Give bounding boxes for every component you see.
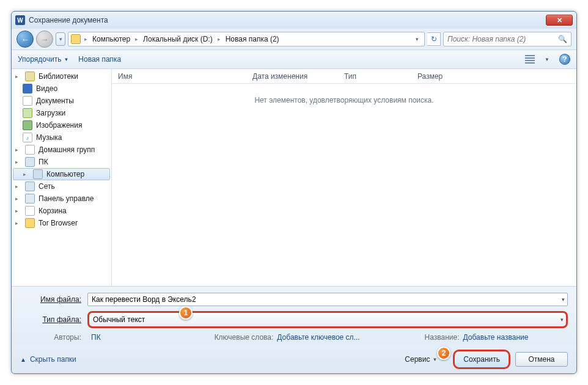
recycle-icon	[25, 206, 35, 216]
network-icon	[25, 182, 35, 191]
sidebar-item-computer[interactable]: Компьютер	[13, 168, 110, 180]
cancel-button[interactable]: Отмена	[515, 352, 568, 367]
column-type[interactable]: Тип	[338, 72, 411, 81]
nav-row: ← → ▾ ▸ Компьютер ▸ Локальный диск (D:) …	[12, 29, 576, 50]
save-dialog: W Сохранение документа ✕ ← → ▾ ▸ Компьют…	[11, 11, 577, 374]
chevron-up-icon: ▲	[20, 356, 26, 363]
sidebar-item-network[interactable]: Сеть	[12, 180, 111, 193]
search-icon[interactable]: 🔍	[558, 35, 567, 43]
nav-history-dropdown[interactable]: ▾	[56, 32, 65, 46]
search-input[interactable]	[447, 35, 558, 43]
pc-icon	[25, 157, 35, 167]
refresh-button[interactable]: ↻	[427, 32, 441, 46]
document-icon	[23, 96, 32, 106]
toolbar: Упорядочить ▼ Новая папка ▼ ?	[12, 50, 576, 69]
homegroup-icon	[25, 145, 35, 155]
hide-folders-button[interactable]: ▲ Скрыть папки	[20, 355, 76, 364]
close-button[interactable]: ✕	[546, 15, 573, 26]
dialog-body: Библиотеки Видео Документы Загрузки Изоб…	[12, 69, 576, 287]
breadcrumb-folder[interactable]: Новая папка (2)	[222, 35, 283, 43]
video-icon	[23, 84, 32, 94]
column-size[interactable]: Размер	[411, 72, 472, 81]
computer-icon	[33, 169, 43, 179]
keywords-value[interactable]: Добавьте ключевое сл...	[277, 333, 359, 342]
metadata-row: Авторы: ПК Ключевые слова: Добавьте ключ…	[20, 333, 568, 342]
column-name[interactable]: Имя	[112, 72, 246, 81]
breadcrumb-disk[interactable]: Локальный диск (D:)	[139, 35, 216, 43]
filename-input[interactable]: Как перевести Ворд в Эксель2 ▾	[87, 293, 568, 306]
chevron-icon: ▸	[134, 36, 139, 42]
sidebar-item-downloads[interactable]: Загрузки	[12, 107, 111, 119]
filetype-dropdown[interactable]: Обычный текст ▾	[87, 311, 568, 328]
save-button[interactable]: Сохранить	[453, 350, 510, 369]
title-value[interactable]: Добавьте название	[463, 333, 529, 342]
music-icon: ♪	[23, 133, 32, 142]
sidebar-item-pc[interactable]: ПК	[12, 156, 111, 168]
column-headers: Имя Дата изменения Тип Размер	[112, 69, 576, 84]
sidebar-item-tor[interactable]: Tor Browser	[12, 217, 111, 229]
folder-icon	[25, 218, 35, 228]
sidebar-item-homegroup[interactable]: Домашняя групп	[12, 144, 111, 156]
sidebar-item-video[interactable]: Видео	[12, 82, 111, 95]
sidebar-item-music[interactable]: ♪Музыка	[12, 131, 111, 144]
file-area: Имя Дата изменения Тип Размер Нет элемен…	[112, 69, 576, 286]
sidebar-item-recycle[interactable]: Корзина	[12, 205, 111, 217]
breadcrumb-dropdown[interactable]: ▾	[412, 36, 422, 42]
app-icon: W	[15, 15, 25, 25]
filename-label: Имя файла:	[20, 295, 87, 304]
search-box[interactable]: 🔍	[443, 32, 571, 46]
chevron-icon: ▸	[216, 36, 222, 42]
chevron-down-icon: ▼	[432, 357, 437, 362]
empty-message: Нет элементов, удовлетворяющих условиям …	[112, 84, 576, 286]
breadcrumb-bar[interactable]: ▸ Компьютер ▸ Локальный диск (D:) ▸ Нова…	[68, 32, 425, 46]
sidebar: Библиотеки Видео Документы Загрузки Изоб…	[12, 69, 112, 286]
form-area: Имя файла: Как перевести Ворд в Эксель2 …	[12, 287, 576, 345]
authors-label: Авторы:	[20, 333, 87, 342]
chevron-down-icon: ▼	[64, 57, 68, 62]
titlebar: W Сохранение документа ✕	[12, 12, 576, 29]
title-label: Название:	[425, 333, 460, 342]
folder-icon	[71, 34, 81, 44]
column-date[interactable]: Дата изменения	[246, 72, 338, 81]
download-icon	[23, 108, 32, 118]
window-title: Сохранение документа	[29, 16, 546, 24]
sidebar-item-libraries[interactable]: Библиотеки	[12, 70, 111, 82]
view-dropdown[interactable]: ▼	[545, 57, 549, 62]
new-folder-button[interactable]: Новая папка	[78, 55, 121, 64]
chevron-down-icon[interactable]: ▾	[562, 296, 565, 302]
chevron-icon: ▸	[83, 36, 89, 42]
library-icon	[25, 72, 35, 81]
view-icon[interactable]	[525, 55, 535, 64]
sidebar-item-control-panel[interactable]: Панель управле	[12, 193, 111, 205]
annotation-badge-2: 2	[437, 346, 450, 360]
breadcrumb-computer[interactable]: Компьютер	[89, 35, 134, 43]
footer: ▲ Скрыть папки Сервис ▼ Сохранить Отмена	[12, 345, 576, 373]
help-icon[interactable]: ?	[559, 54, 570, 65]
annotation-badge-1: 1	[179, 306, 193, 320]
image-icon	[23, 120, 32, 130]
back-button[interactable]: ←	[17, 31, 34, 48]
filetype-label: Тип файла:	[20, 315, 87, 324]
sidebar-item-images[interactable]: Изображения	[12, 119, 111, 131]
control-panel-icon	[25, 194, 35, 204]
sidebar-item-documents[interactable]: Документы	[12, 95, 111, 107]
forward-button[interactable]: →	[36, 31, 53, 48]
service-dropdown[interactable]: Сервис ▼	[405, 355, 437, 364]
keywords-label: Ключевые слова:	[215, 333, 274, 342]
authors-value[interactable]: ПК	[91, 333, 101, 342]
chevron-down-icon[interactable]: ▾	[560, 317, 564, 323]
organize-button[interactable]: Упорядочить ▼	[18, 55, 68, 64]
